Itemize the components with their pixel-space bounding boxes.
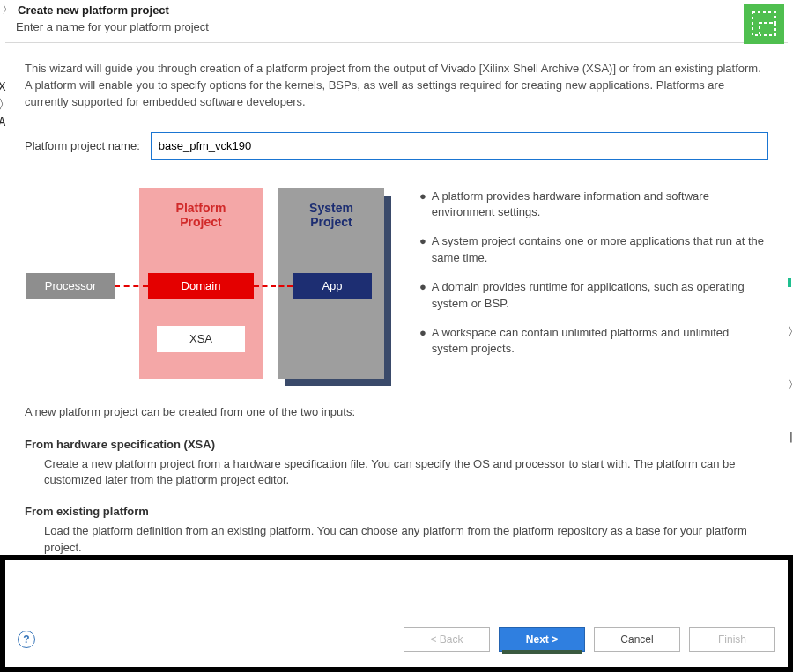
processor-box: Processor [26,273,115,299]
app-box: App [293,273,372,299]
frame-border [0,667,793,672]
next-button[interactable]: Next > [499,627,585,652]
wizard-description: This wizard will guide you through creat… [25,61,768,111]
wizard-header: 〉 Create new platform project Enter a na… [0,0,793,42]
wizard-window: 〉 Create new platform project Enter a na… [0,0,793,672]
inputs-intro: A new platform project can be created fr… [25,405,768,418]
section-existing-body: Load the platform definition from an exi… [44,523,768,557]
section-xsa-heading: From hardware specification (XSA) [25,438,768,451]
chevron-icon: 〉 [2,2,13,18]
platform-title-l1: Platform [176,201,226,215]
info-bullet-list: ●A platform provides hardware informatio… [419,188,768,371]
wizard-subtitle: Enter a name for your platform project [16,20,784,33]
frame-border [0,555,793,560]
section-xsa-body: Create a new platform project from a har… [44,456,768,490]
list-item: ●A domain provides runtime for applicati… [419,279,768,313]
wizard-body: This wizard will guide you through creat… [0,43,793,557]
finish-button[interactable]: Finish [689,627,775,652]
bullet-text: A domain provides runtime for applicatio… [432,279,768,313]
frame-border [788,560,793,672]
list-item: ●A workspace can contain unlimited platf… [419,325,768,358]
logo-icon [744,4,784,44]
left-gutter-marks: X〉A [0,78,11,130]
back-button[interactable]: < Back [404,627,490,652]
bullet-text: A platform provides hardware information… [432,188,768,222]
platform-title-l2: Project [180,215,221,229]
system-title-l1: System [309,201,353,215]
wizard-title: Create new platform project [18,4,784,17]
project-name-row: Platform project name: [25,132,768,160]
list-item: ●A platform provides hardware informatio… [419,188,768,222]
project-name-input[interactable] [151,132,768,160]
wizard-button-bar: ? < Back Next > Cancel Finish [5,617,788,661]
architecture-diagram: Processor Platform Project Domain XSA Sy… [25,188,395,384]
xsa-box: XSA [157,326,245,352]
diagram-and-bullets: Processor Platform Project Domain XSA Sy… [25,188,768,384]
bullet-text: A workspace can contain unlimited platfo… [432,325,768,358]
dash-connector-2 [254,285,293,287]
cancel-button[interactable]: Cancel [594,627,680,652]
bullet-text: A system project contains one or more ap… [432,233,768,267]
system-title-l2: Project [310,215,352,229]
project-name-label: Platform project name: [25,139,140,152]
domain-box: Domain [148,273,254,299]
dash-connector-1 [115,285,148,287]
section-existing-heading: From existing platform [25,505,768,518]
help-icon[interactable]: ? [18,631,35,648]
right-gutter-marks: 〉 〉 | [788,278,793,443]
list-item: ●A system project contains one or more a… [419,233,768,267]
